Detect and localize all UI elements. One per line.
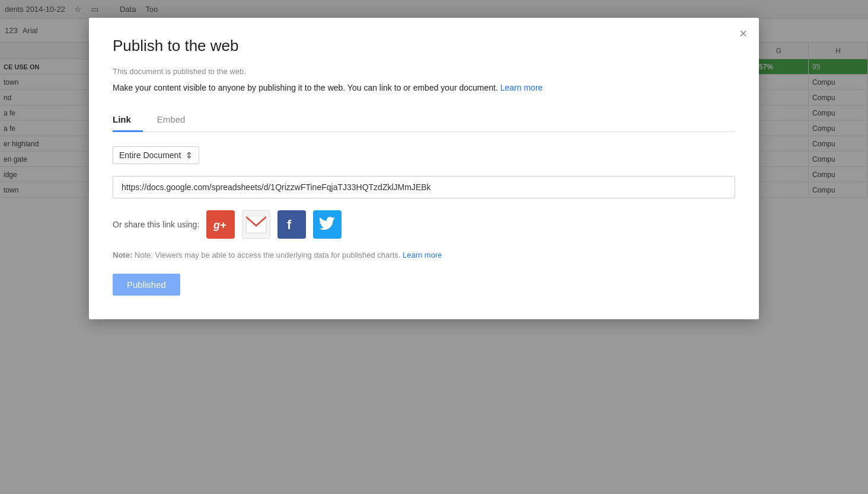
tab-link[interactable]: Link xyxy=(113,108,143,132)
share-row: Or share this link using: g+ f xyxy=(113,210,735,239)
publish-to-web-modal: × Publish to the web This document is pu… xyxy=(89,18,759,319)
facebook-share-button[interactable]: f xyxy=(277,210,306,239)
svg-text:f: f xyxy=(287,217,292,232)
learn-more-link-top[interactable]: Learn more xyxy=(500,83,543,92)
document-scope-dropdown[interactable]: Entire Document ⇕ xyxy=(113,146,199,164)
tabs-container: Link Embed xyxy=(113,108,735,132)
share-label: Or share this link using: xyxy=(113,220,199,229)
learn-more-link-note[interactable]: Learn more xyxy=(403,251,442,259)
tab-embed[interactable]: Embed xyxy=(157,108,197,132)
modal-title: Publish to the web xyxy=(113,37,735,55)
published-status-text: This document is published to the web. xyxy=(113,67,735,76)
google-plus-share-button[interactable]: g+ xyxy=(206,210,235,239)
dropdown-label: Entire Document xyxy=(119,150,181,160)
gmail-share-button[interactable] xyxy=(242,210,270,239)
twitter-share-button[interactable] xyxy=(313,210,342,239)
dropdown-arrow-icon: ⇕ xyxy=(186,150,193,160)
published-button[interactable]: Published xyxy=(113,274,180,296)
close-button[interactable]: × xyxy=(739,27,747,40)
note-text: Note: Note: Viewers may be able to acces… xyxy=(113,251,735,259)
url-input[interactable] xyxy=(113,176,735,198)
modal-description: Make your content visible to anyone by p… xyxy=(113,82,735,94)
svg-text:g+: g+ xyxy=(213,219,226,231)
